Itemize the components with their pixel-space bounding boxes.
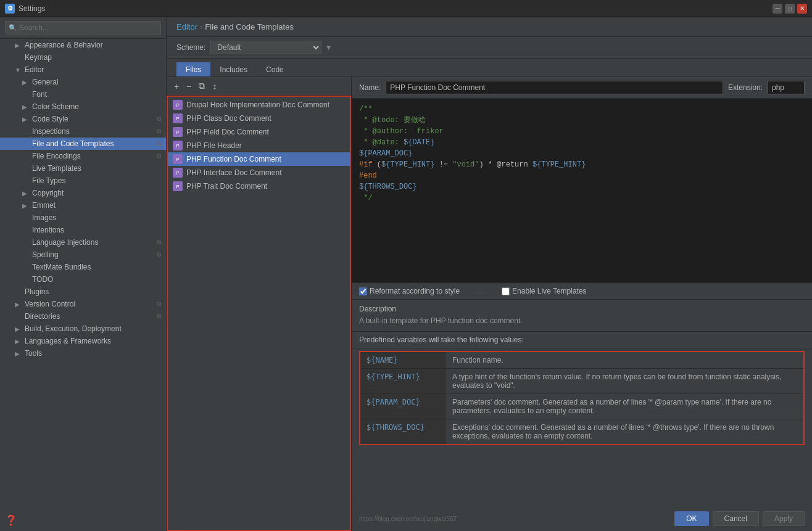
minimize-button[interactable]: ─ <box>773 4 782 14</box>
expand-arrow <box>15 67 22 73</box>
expand-arrow <box>22 79 30 86</box>
tab-files[interactable]: Files <box>176 62 210 76</box>
variable-description: Function name. <box>446 352 804 369</box>
template-item-phpclass[interactable]: P PHP Class Doc Comment <box>168 112 350 125</box>
sidebar-item-textmate[interactable]: TextMate Bundles <box>0 261 166 273</box>
template-item-label: PHP Interface Doc Comment <box>186 168 282 177</box>
search-input[interactable] <box>5 21 161 35</box>
template-list: P Drupal Hook Implementation Doc Comment… <box>167 96 351 531</box>
sidebar-item-languages[interactable]: Languages & Frameworks <box>0 335 166 347</box>
sidebar-item-emmet[interactable]: Emmet <box>0 199 166 212</box>
sidebar-item-inspections[interactable]: Inspections ⧉ <box>0 125 166 138</box>
move-template-button[interactable]: ↕ <box>210 80 219 93</box>
template-item-label: PHP Field Doc Comment <box>186 128 269 136</box>
sidebar: 🔍 Appearance & Behavior Keymap Editor Ge… <box>0 17 167 531</box>
expand-arrow <box>15 326 22 332</box>
template-item-phpfield[interactable]: P PHP Field Doc Comment <box>168 125 350 139</box>
sidebar-item-filetemplates[interactable]: File and Code Templates ⧉ <box>0 138 166 150</box>
expand-arrow <box>22 202 30 209</box>
sidebar-item-font[interactable]: Font <box>0 88 166 101</box>
reformat-checkbox-label[interactable]: Reformat according to style <box>359 287 460 295</box>
search-icon: 🔍 <box>9 24 17 32</box>
breadcrumb-parent[interactable]: Editor <box>176 22 197 31</box>
breadcrumb-current: File and Code Templates <box>205 22 294 31</box>
description-area: Description A built-in template for PHP … <box>352 300 812 332</box>
sidebar-item-filetypes[interactable]: File Types <box>0 175 166 187</box>
sidebar-item-label: Appearance & Behavior <box>25 41 103 49</box>
sidebar-item-label: Editor <box>25 65 44 74</box>
scheme-label: Scheme: <box>176 43 205 52</box>
sidebar-item-langinjections[interactable]: Language Injections ⧉ <box>0 236 166 249</box>
close-button[interactable]: ✕ <box>797 4 807 14</box>
sidebar-item-fileencodings[interactable]: File Encodings ⧉ <box>0 150 166 162</box>
live-templates-checkbox-label[interactable]: Enable Live Templates <box>502 287 587 295</box>
sidebar-item-images[interactable]: Images <box>0 212 166 224</box>
template-item-phpfunc[interactable]: P PHP Function Doc Comment <box>168 152 350 166</box>
sidebar-item-directories[interactable]: Directories ⧉ <box>0 310 166 323</box>
sidebar-item-label: Directories <box>25 312 60 321</box>
sidebar-item-editor[interactable]: Editor <box>0 64 166 76</box>
variables-table: ${NAME} Function name. ${TYPE_HINT} A ty… <box>359 351 805 445</box>
sidebar-item-label: Tools <box>25 349 42 358</box>
copy-template-button[interactable]: ⧉ <box>196 80 207 93</box>
scheme-select[interactable]: Default Project <box>210 41 321 54</box>
reformat-checkbox[interactable] <box>359 287 367 295</box>
sidebar-item-label: File and Code Templates <box>32 139 114 148</box>
sidebar-item-build[interactable]: Build, Execution, Deployment <box>0 323 166 335</box>
sidebar-item-general[interactable]: General <box>0 76 166 88</box>
template-item-phptrait[interactable]: P PHP Trait Doc Comment <box>168 179 350 193</box>
maximize-button[interactable]: □ <box>785 4 795 14</box>
add-template-button[interactable]: + <box>172 80 181 93</box>
right-panel: Name: Extension: /** * @todo: 要做啥 * @aut… <box>352 77 812 531</box>
sidebar-item-label: Live Templates <box>32 164 81 173</box>
expand-arrow <box>15 338 22 345</box>
divider: ...... <box>474 287 487 295</box>
sidebar-item-spelling[interactable]: Spelling ⧉ <box>0 249 166 261</box>
sidebar-item-intentions[interactable]: Intentions <box>0 224 166 236</box>
sidebar-item-plugins[interactable]: Plugins <box>0 286 166 298</box>
template-toolbar: + − ⧉ ↕ <box>167 77 351 96</box>
code-line: #end <box>359 170 805 181</box>
sidebar-item-label: File Encodings <box>32 152 81 160</box>
expand-arrow <box>15 301 22 308</box>
sidebar-item-appearance[interactable]: Appearance & Behavior <box>0 39 166 51</box>
copy-icon: ⧉ <box>157 239 161 246</box>
variable-name: ${PARAM_DOC} <box>360 393 446 419</box>
sidebar-item-label: Emmet <box>32 201 56 210</box>
cancel-button[interactable]: Cancel <box>713 511 759 526</box>
code-line: * @date: ${DATE} <box>359 137 805 148</box>
live-templates-checkbox[interactable] <box>502 287 510 295</box>
code-line: ${PARAM_DOC} <box>359 148 805 159</box>
template-item-drupal[interactable]: P Drupal Hook Implementation Doc Comment <box>168 98 350 112</box>
variable-name: ${NAME} <box>360 352 446 369</box>
apply-button[interactable]: Apply <box>763 511 805 526</box>
copy-icon: ⧉ <box>157 140 161 147</box>
help-button[interactable]: ❓ <box>0 509 166 531</box>
sidebar-item-label: Intentions <box>32 226 64 234</box>
expand-arrow <box>22 190 30 197</box>
sidebar-item-tools[interactable]: Tools <box>0 347 166 360</box>
template-icon: P <box>173 168 183 178</box>
description-title: Description <box>359 305 805 313</box>
search-box: 🔍 <box>0 17 166 39</box>
remove-template-button[interactable]: − <box>184 80 194 93</box>
template-item-label: Drupal Hook Implementation Doc Comment <box>186 101 329 109</box>
sidebar-item-versioncontrol[interactable]: Version Control ⧉ <box>0 298 166 310</box>
code-editor[interactable]: /** * @todo: 要做啥 * @author: friker * @da… <box>352 99 812 283</box>
sidebar-item-livetemplates[interactable]: Live Templates <box>0 162 166 175</box>
ok-button[interactable]: OK <box>674 511 708 526</box>
sidebar-item-codestyle[interactable]: Code Style ⧉ <box>0 113 166 125</box>
sidebar-item-label: Version Control <box>25 300 75 308</box>
sidebar-item-keymap[interactable]: Keymap <box>0 51 166 64</box>
template-item-phpfile[interactable]: P PHP File Header <box>168 139 350 152</box>
sidebar-item-label: File Types <box>32 176 65 185</box>
sidebar-item-label: Code Style <box>32 115 68 123</box>
tab-code[interactable]: Code <box>257 62 293 76</box>
tab-includes[interactable]: Includes <box>210 62 257 76</box>
name-input[interactable] <box>386 81 723 94</box>
sidebar-item-copyright[interactable]: Copyright <box>0 187 166 199</box>
ext-input[interactable] <box>768 81 805 94</box>
sidebar-item-colorscheme[interactable]: Color Scheme <box>0 101 166 113</box>
sidebar-item-todo[interactable]: TODO <box>0 273 166 286</box>
template-item-phpinterface[interactable]: P PHP Interface Doc Comment <box>168 166 350 179</box>
